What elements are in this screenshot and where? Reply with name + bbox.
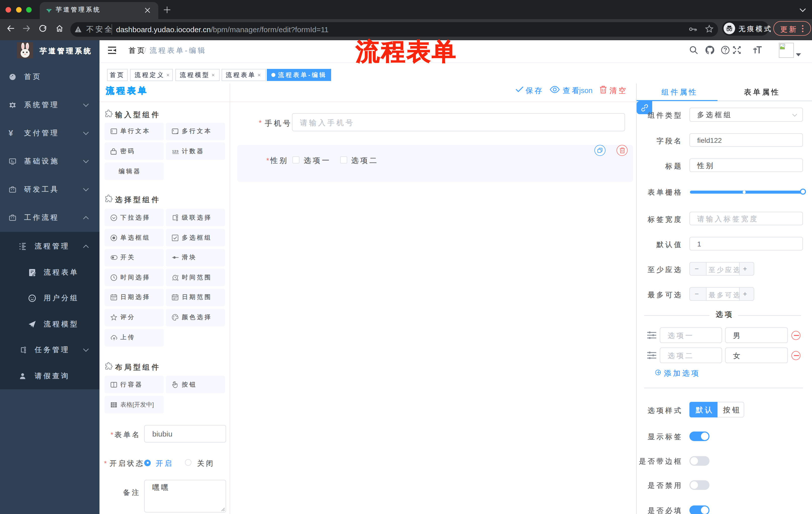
svg-text:123: 123 (172, 149, 179, 154)
